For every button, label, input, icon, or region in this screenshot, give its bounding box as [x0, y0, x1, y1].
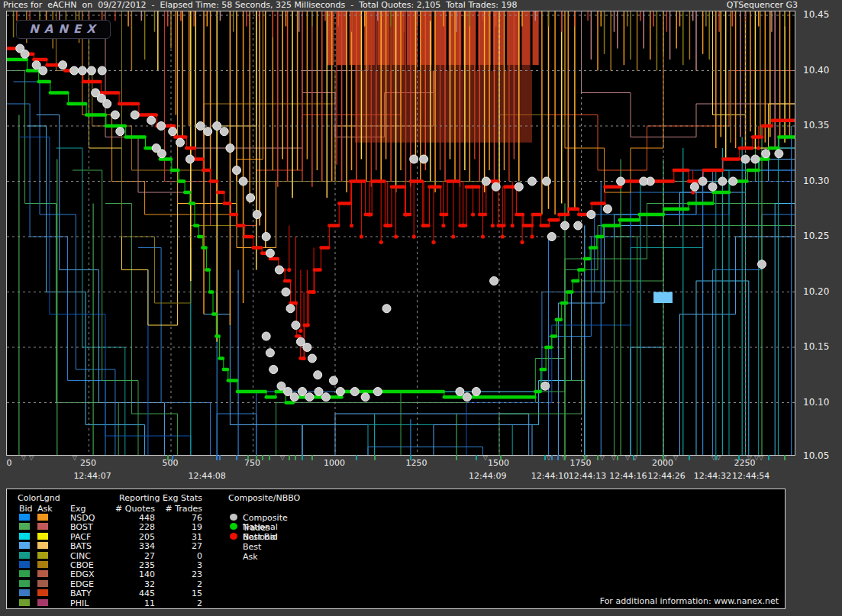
- trade-time-marker-icon: ▽: [483, 454, 488, 461]
- trade-marker: [282, 288, 290, 296]
- trade-marker: [269, 366, 278, 374]
- price-axis-label: 10.45: [803, 9, 838, 20]
- nanex-logo: NANEX: [16, 20, 111, 39]
- exchange-row: EDGE322: [7, 579, 785, 589]
- bid-color-swatch: [19, 542, 30, 549]
- time-label: 12:44:16: [609, 471, 647, 481]
- trade-marker: [587, 211, 595, 219]
- bid-color-swatch: [19, 599, 30, 606]
- trade-marker: [329, 376, 337, 385]
- trade-marker: [303, 343, 311, 352]
- exchange-name: CBOE: [70, 560, 94, 570]
- trade-marker: [515, 182, 523, 191]
- exchange-name: PACF: [70, 532, 91, 542]
- trade-marker: [78, 66, 86, 75]
- exchange-row: EDGX14023: [7, 569, 785, 579]
- price-axis-label: 10.35: [803, 120, 838, 131]
- exchange-axis-tick: [374, 455, 376, 460]
- exchange-axis-tick: [172, 455, 173, 460]
- title-bar: Prices for eACHN on 09/27/2012 - Elapsed…: [0, 0, 842, 11]
- trade-marker: [640, 177, 648, 185]
- trade-marker: [482, 177, 490, 185]
- trade-marker: [492, 182, 500, 191]
- ask-color-swatch: [37, 523, 48, 530]
- trade-marker: [275, 266, 283, 274]
- exchange-quotes: 205: [105, 532, 155, 542]
- exchange-axis-tick: [295, 455, 296, 460]
- exchange-axis-tick: [551, 455, 553, 460]
- time-label: 12:44:07: [73, 471, 111, 481]
- exchange-axis-tick: [356, 455, 357, 460]
- exchange-name: BATS: [70, 541, 92, 551]
- time-label: 12:44:08: [188, 471, 225, 481]
- trade-time-marker-icon: ▽: [611, 454, 616, 461]
- trade-marker: [111, 111, 119, 119]
- exchange-row: NSDQ44876: [7, 513, 785, 522]
- exchange-axis-tick: [564, 455, 566, 460]
- trade-marker: [322, 393, 331, 402]
- exchange-axis-tick: [768, 455, 769, 460]
- ask-color-swatch: [37, 533, 48, 540]
- time-axis: 025050075010001250150017502000225012:44:…: [6, 456, 800, 489]
- exchange-axis-tick: [784, 455, 786, 460]
- trade-marker: [762, 150, 770, 158]
- trade-marker: [226, 144, 234, 153]
- trade-marker: [574, 221, 582, 230]
- exchange-name: CINC: [70, 551, 91, 561]
- exchange-quotes: 448: [105, 513, 155, 523]
- trade-marker: [266, 249, 274, 257]
- exchange-axis-tick: [236, 455, 237, 460]
- trade-marker: [373, 388, 382, 396]
- trade-marker: [185, 155, 194, 163]
- exchange-axis-tick: [500, 455, 502, 460]
- price-chart-canvas[interactable]: [7, 11, 795, 455]
- exchange-row: BOST22819: [7, 522, 785, 531]
- trade-time-marker-icon: ▽: [716, 454, 721, 461]
- trade-marker: [116, 127, 124, 136]
- exchange-quotes: 228: [105, 522, 155, 532]
- trade-marker: [718, 177, 727, 185]
- bid-color-swatch: [19, 552, 30, 559]
- trade-time-marker-icon: ▽: [747, 454, 752, 461]
- exchange-quotes: 334: [105, 541, 155, 551]
- trade-marker: [758, 260, 766, 269]
- ask-color-swatch: [37, 552, 48, 559]
- price-axis-label: 10.40: [803, 65, 838, 76]
- ask-color-swatch: [37, 599, 48, 606]
- trade-marker: [410, 155, 418, 163]
- exchange-trades: 2: [155, 579, 202, 589]
- exchange-trades: 15: [155, 589, 202, 598]
- trade-marker: [204, 127, 212, 136]
- trade-time-marker-icon: ▽: [280, 454, 285, 461]
- trade-marker: [542, 177, 550, 185]
- ask-color-swatch: [37, 561, 48, 568]
- ask-color-swatch: [37, 580, 48, 587]
- exchange-axis-tick: [689, 455, 690, 460]
- sequence-tick-label: 250: [80, 458, 96, 468]
- sequence-tick-label: 500: [163, 458, 179, 468]
- price-axis-label: 10.05: [803, 450, 838, 461]
- exchange-trades: 27: [155, 541, 202, 551]
- exchange-quotes: 140: [105, 569, 155, 579]
- trade-marker: [315, 388, 323, 396]
- exchange-axis-tick: [557, 455, 559, 460]
- trade-marker: [456, 388, 464, 396]
- exchange-name: BATY: [70, 589, 92, 598]
- trade-marker: [741, 155, 750, 163]
- bid-color-swatch: [19, 589, 30, 596]
- chart-panel[interactable]: NANEX: [6, 11, 795, 456]
- trade-marker: [490, 277, 498, 285]
- exchange-axis-tick: [219, 455, 221, 460]
- time-label: 12:44:54: [732, 471, 769, 481]
- exchange-trades: 2: [155, 598, 202, 608]
- trade-time-marker-icon: ▽: [759, 454, 763, 461]
- ask-color-swatch: [37, 589, 48, 596]
- sequence-tick-label: 1000: [324, 458, 345, 468]
- trade-marker: [463, 393, 471, 402]
- time-label: 12:44:13: [569, 471, 606, 481]
- trade-time-marker-icon: ▽: [29, 454, 34, 461]
- exchange-axis-tick: [262, 455, 263, 460]
- trade-marker: [775, 150, 783, 158]
- trade-marker: [59, 61, 67, 69]
- footer-link[interactable]: For additional information: www.nanex.ne…: [600, 596, 779, 606]
